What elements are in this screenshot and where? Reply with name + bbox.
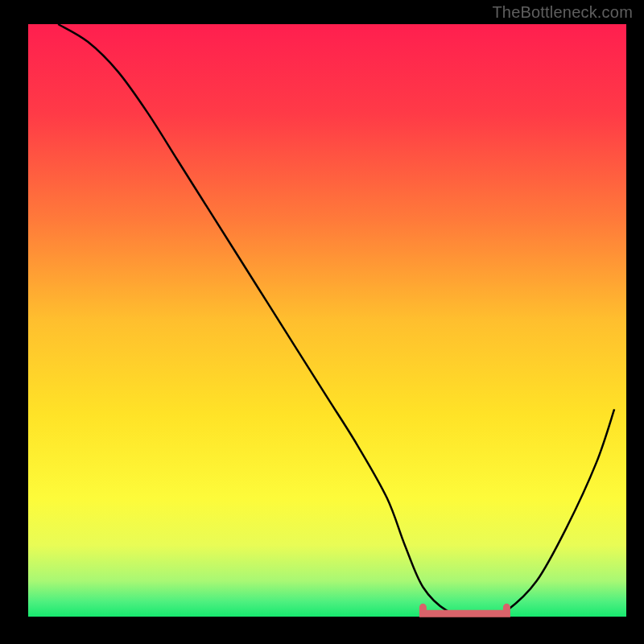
bottleneck-chart: [0, 0, 644, 644]
attribution-text: TheBottleneck.com: [492, 3, 633, 22]
plot-background: [28, 24, 626, 617]
